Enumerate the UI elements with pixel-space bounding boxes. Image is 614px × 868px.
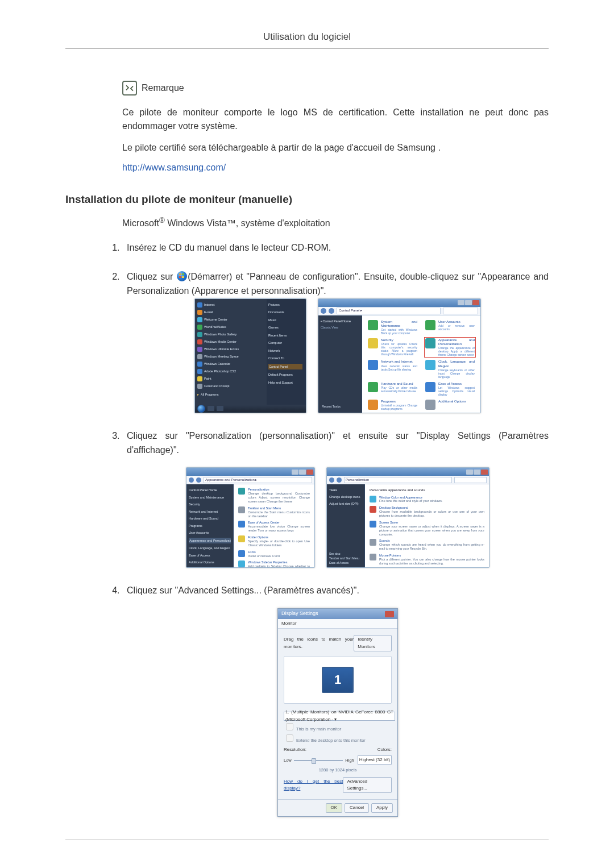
cp-item-sub: Uninstall a program Change startup progr… [381, 404, 417, 410]
close-icon[interactable] [385, 611, 394, 617]
section-heading: Installation du pilote de moniteur (manu… [65, 193, 549, 206]
dialog-instruction: Drag the icons to match your monitors. [284, 636, 354, 650]
samsung-link[interactable]: http://www.samsung.com/ [122, 163, 226, 173]
chk-label: Extend the desktop onto this monitor [296, 738, 366, 743]
cp-item-title: Clock, Language, and Region [438, 360, 475, 367]
start-item: Internet [204, 302, 215, 308]
cancel-button[interactable]: Cancel [345, 803, 369, 812]
seealso-header: See also [329, 552, 359, 556]
monitor-preview: 1 [284, 656, 392, 704]
start-right-item: Games [268, 325, 302, 330]
resolution-label: Resolution: [284, 746, 306, 753]
cp-item-title: Hardware and Sound [381, 382, 413, 385]
ap-side-item: Ease of Access [189, 553, 231, 558]
figure-personalization: Personalization Tasks Change desktop ico… [326, 467, 489, 568]
start-orb-icon [197, 405, 205, 413]
ap-side-item: Network and Internet [189, 509, 231, 514]
figure-row-1: Internet E-mail Welcome Center WordPad/N… [127, 298, 549, 413]
ap-side-item: Hardware and Sound [189, 516, 231, 521]
step-4: Cliquez sur "Advanced Settings... (Param… [122, 584, 549, 816]
ap-item-sub: Add gadgets to Sidebar Choose whether to… [248, 564, 310, 568]
ap-side-item: User Accounts [189, 530, 231, 535]
start-right-item: Computer [268, 340, 302, 346]
advanced-settings-button[interactable]: Advanced Settings... [343, 777, 392, 794]
colors-select[interactable]: Highest (32 bit) [358, 755, 392, 765]
start-item: Windows Meeting Space [204, 354, 239, 359]
search-input [454, 477, 487, 483]
ap-side-item: Control Panel Home [189, 488, 231, 493]
start-item: Windows Ultimate Extras [204, 347, 239, 352]
start-right-item: Documents [268, 310, 302, 315]
step-1: Insérez le CD du manuel dans le lecteur … [122, 241, 549, 255]
monitor-icon[interactable]: 1 [322, 667, 354, 693]
os-prefix: Microsoft [122, 218, 159, 228]
figure-appearance-personalization: Appearance and Personalization ▸ Control… [186, 467, 315, 568]
ap-side-item: Programs [189, 524, 231, 529]
ap-item-title: Taskbar and Start Menu [248, 506, 281, 510]
ap-item-title: Personalization [248, 488, 269, 491]
slider-high: High [345, 757, 354, 764]
steps-list: Insérez le CD du manuel dans le lecteur … [122, 241, 549, 816]
ap-side-item-active: Appearance and Personalization [189, 538, 231, 544]
ok-button[interactable]: OK [326, 803, 343, 812]
step-2b: (Démarrer) et "Panneau de configuration"… [127, 272, 549, 296]
remark-label: Remarque [142, 83, 184, 93]
breadcrumb: Appearance and Personalization ▸ [204, 477, 312, 483]
colors-label: Colors: [377, 746, 392, 753]
figure-start-menu: Internet E-mail Welcome Center WordPad/N… [194, 298, 306, 413]
ap-side-item: Clock, Language, and Region [189, 546, 231, 551]
cp-item-title: User Accounts [438, 320, 460, 323]
start-right-item: Help and Support [268, 380, 302, 385]
main-monitor-checkbox[interactable] [286, 723, 293, 730]
cp-item-title: System and Maintenance [381, 320, 417, 327]
document-page: Utilisation du logiciel Remarque Ce pilo… [0, 0, 614, 868]
start-right-item: Music [268, 318, 302, 323]
pers-item-sub: Change your screen saver or adjust when … [379, 525, 484, 537]
cp-item-sub: Play CDs or other media automatically Pr… [381, 386, 417, 393]
cp-item-sub: Let Windows suggest settings Optimize vi… [438, 386, 475, 396]
ap-side-item: Additional Options [189, 560, 231, 565]
start-item: Command Prompt [204, 384, 230, 389]
ap-item-sub: Accommodate low vision Change screen rea… [248, 525, 310, 533]
cp-sidebar-title: Control Panel Home [322, 319, 351, 323]
extend-desktop-checkbox[interactable] [286, 734, 293, 742]
step-3: Cliquez sur "Personalization (personnali… [122, 429, 549, 568]
cp-item-sub: Change the appearance of desktop Apply a… [438, 346, 475, 356]
pers-item-title: Window Color and Appearance [379, 496, 422, 499]
identify-monitors-button[interactable]: Identify Monitors [354, 635, 392, 651]
ap-item-title: Windows Sidebar Properties [248, 560, 287, 564]
cp-item-title: Network and Internet [381, 360, 413, 363]
chk-label: This is my main monitor [296, 726, 341, 732]
start-item: E-mail [204, 310, 213, 315]
slider-low: Low [284, 757, 292, 764]
start-right-item: Recent Items [268, 333, 302, 338]
start-right-item: Connect To [268, 356, 302, 361]
start-item: Welcome Center [204, 317, 227, 322]
ap-item-title: Fonts [248, 550, 256, 554]
cp-item-title: Security [381, 338, 393, 342]
paragraph-1: Ce pilote de moniteur comporte le logo M… [122, 106, 549, 133]
cp-item-sub: Check for updates Check this computer's … [381, 342, 417, 356]
start-item: Windows Media Center [204, 339, 237, 344]
start-item: WordPad/Notes [204, 325, 226, 330]
page-header-title: Utilisation du logiciel [65, 31, 549, 48]
dialog-title: Display Settings [281, 610, 318, 618]
cp-item-title-highlight: Appearance and Personalization [438, 338, 475, 346]
all-programs: All Programs [201, 392, 218, 397]
search-input [443, 308, 478, 314]
figure-row-2: Appearance and Personalization ▸ Control… [127, 467, 549, 568]
cp-sidebar-sub: Classic View [321, 325, 359, 330]
cp-item-sub: Change keyboards or other input Change d… [438, 368, 475, 379]
start-right-item: Network [268, 348, 302, 354]
dialog-tab[interactable]: Monitor [278, 619, 397, 629]
apply-button[interactable]: Apply [371, 803, 393, 812]
breadcrumb: Personalization [344, 477, 452, 483]
monitor-device-select[interactable]: 1. (Multiple Monitors) on NVIDIA GeForce… [284, 712, 395, 721]
os-line: Microsoft® Windows Vista™, système d'exp… [122, 216, 549, 229]
pers-item-title: Sounds [379, 539, 390, 542]
step-3-text: Cliquez sur "Personalization (personnali… [127, 431, 549, 455]
recent-tasks-header: Recent Tasks [322, 404, 341, 409]
header-rule [65, 48, 549, 49]
resolution-slider[interactable] [294, 760, 343, 761]
best-display-link[interactable]: How do I get the best display? [284, 778, 343, 792]
